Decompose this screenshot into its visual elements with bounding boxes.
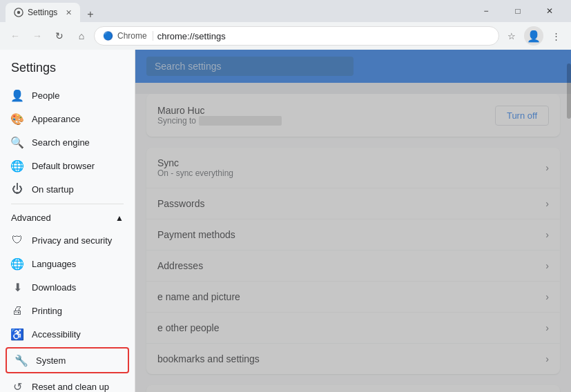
tab-title: Settings	[28, 8, 57, 17]
advanced-label: Advanced	[11, 213, 51, 223]
other-people-chevron-icon: ›	[545, 322, 549, 333]
svg-point-1	[17, 11, 20, 14]
accessibility-icon: ♿	[11, 328, 23, 340]
printing-icon: 🖨	[11, 304, 23, 317]
sidebar-item-privacy[interactable]: 🛡 Privacy and security	[0, 228, 129, 252]
active-tab[interactable]: Settings ✕	[6, 3, 80, 22]
passwords-chevron-icon: ›	[545, 198, 549, 209]
sync-chevron-icon: ›	[545, 162, 549, 173]
chrome-label: Chrome	[117, 31, 153, 41]
list-item-passwords-label: Passwords	[157, 198, 204, 209]
sync-status: Syncing to	[157, 116, 282, 126]
list-item-passwords[interactable]: Passwords ›	[146, 188, 560, 219]
sidebar-label-on-startup: On startup	[32, 184, 74, 195]
new-tab-button[interactable]: +	[83, 7, 97, 22]
sidebar-item-appearance[interactable]: 🎨 Appearance	[0, 107, 129, 130]
list-item-name-picture-label: e name and picture	[157, 291, 240, 302]
sync-username: Mauro Huc	[157, 105, 282, 116]
back-button[interactable]: ←	[6, 26, 25, 46]
settings-main-content: Mauro Huc Syncing to Turn off Sync On - …	[135, 94, 571, 392]
settings-list: Sync On - sync everything › Passwords › …	[146, 148, 560, 374]
default-browser-icon: 🌐	[11, 159, 23, 172]
sidebar-item-reset[interactable]: ↺ Reset and clean up	[0, 375, 129, 392]
downloads-icon: ⬇	[11, 281, 23, 293]
people-icon: 👤	[11, 89, 23, 101]
sidebar-item-downloads[interactable]: ⬇ Downloads	[0, 275, 129, 299]
list-item-name-picture[interactable]: e name and picture ›	[146, 282, 560, 313]
list-item-addresses[interactable]: Addresses ›	[146, 251, 560, 282]
sync-status-label: Syncing to	[157, 116, 196, 126]
advanced-section-toggle[interactable]: Advanced ▲	[0, 207, 135, 228]
home-button[interactable]: ⌂	[72, 26, 91, 46]
privacy-icon: 🛡	[11, 234, 23, 246]
address-right-controls: ☆ 👤 ⋮	[502, 26, 565, 46]
sidebar-label-languages: Languages	[32, 259, 76, 269]
profile-avatar[interactable]: 👤	[524, 26, 543, 46]
sync-email-blurred	[199, 116, 282, 126]
search-settings-input[interactable]	[146, 57, 354, 76]
sidebar: Settings 👤 People 🎨 Appearance 🔍 Search …	[0, 50, 135, 392]
sidebar-item-on-startup[interactable]: ⏻ On startup	[0, 177, 129, 201]
sidebar-label-accessibility: Accessibility	[32, 329, 81, 340]
turn-off-sync-button[interactable]: Turn off	[495, 106, 549, 126]
list-item-sync[interactable]: Sync On - sync everything ›	[146, 148, 560, 188]
sync-user-info: Mauro Huc Syncing to	[157, 105, 282, 126]
forward-button[interactable]: →	[28, 26, 47, 46]
title-bar: Settings ✕ + − □ ✕	[0, 0, 571, 22]
sidebar-item-default-browser[interactable]: 🌐 Default browser	[0, 154, 129, 177]
payment-chevron-icon: ›	[545, 229, 549, 240]
sidebar-label-people: People	[32, 90, 59, 101]
scrollbar-thumb[interactable]	[567, 63, 571, 119]
bottom-section-partial: ce	[146, 385, 560, 392]
main-layout: Settings 👤 People 🎨 Appearance 🔍 Search …	[0, 50, 571, 392]
sidebar-item-people[interactable]: 👤 People	[0, 84, 129, 107]
content-search-bar	[135, 50, 571, 83]
maximize-button[interactable]: □	[502, 0, 534, 22]
refresh-button[interactable]: ↻	[50, 26, 69, 46]
name-picture-chevron-icon: ›	[545, 291, 549, 302]
sidebar-label-reset: Reset and clean up	[32, 382, 109, 392]
advanced-chevron-icon: ▲	[115, 213, 124, 223]
search-engine-icon: 🔍	[11, 136, 23, 148]
window-controls: − □ ✕	[470, 0, 565, 22]
sidebar-item-printing[interactable]: 🖨 Printing	[0, 299, 129, 322]
on-startup-icon: ⏻	[11, 183, 23, 195]
system-icon: 🔧	[15, 354, 28, 366]
chrome-lock-icon: 🔵	[103, 31, 113, 41]
menu-button[interactable]: ⋮	[546, 26, 565, 46]
sync-card: Mauro Huc Syncing to Turn off	[146, 94, 560, 137]
sidebar-label-downloads: Downloads	[32, 282, 76, 293]
languages-icon: 🌐	[11, 257, 23, 270]
minimize-button[interactable]: −	[470, 0, 502, 22]
list-item-payment[interactable]: Payment methods ›	[146, 219, 560, 251]
list-item-addresses-label: Addresses	[157, 260, 203, 271]
sidebar-label-search-engine: Search engine	[32, 137, 90, 148]
content-area: Mauro Huc Syncing to Turn off Sync On - …	[135, 50, 571, 392]
sidebar-label-default-browser: Default browser	[32, 161, 95, 171]
list-item-bookmarks-label: bookmarks and settings	[157, 353, 260, 364]
addresses-chevron-icon: ›	[545, 260, 549, 271]
settings-tab-icon	[14, 8, 23, 17]
list-item-bookmarks[interactable]: bookmarks and settings ›	[146, 344, 560, 374]
close-button[interactable]: ✕	[534, 0, 565, 22]
sidebar-label-system: System	[36, 355, 66, 366]
tab-close-button[interactable]: ✕	[66, 8, 72, 17]
sidebar-label-appearance: Appearance	[32, 114, 80, 124]
list-item-other-people[interactable]: e other people ›	[146, 313, 560, 344]
list-item-other-people-label: e other people	[157, 322, 220, 333]
sidebar-label-privacy: Privacy and security	[32, 235, 112, 246]
bookmark-button[interactable]: ☆	[502, 26, 521, 46]
bookmarks-chevron-icon: ›	[545, 353, 549, 364]
sidebar-item-search-engine[interactable]: 🔍 Search engine	[0, 130, 129, 154]
scrollbar-track[interactable]	[567, 50, 571, 392]
address-box[interactable]: 🔵 Chrome chrome://settings	[94, 26, 499, 46]
sidebar-item-system[interactable]: 🔧 System	[6, 347, 129, 373]
sidebar-item-languages[interactable]: 🌐 Languages	[0, 252, 129, 275]
reset-icon: ↺	[11, 380, 23, 392]
list-item-payment-label: Payment methods	[157, 229, 235, 240]
sidebar-title: Settings	[0, 55, 135, 84]
sidebar-item-accessibility[interactable]: ♿ Accessibility	[0, 322, 129, 346]
list-item-sync-text: Sync On - sync everything	[157, 157, 233, 178]
appearance-icon: 🎨	[11, 112, 23, 125]
sidebar-label-printing: Printing	[32, 306, 62, 316]
